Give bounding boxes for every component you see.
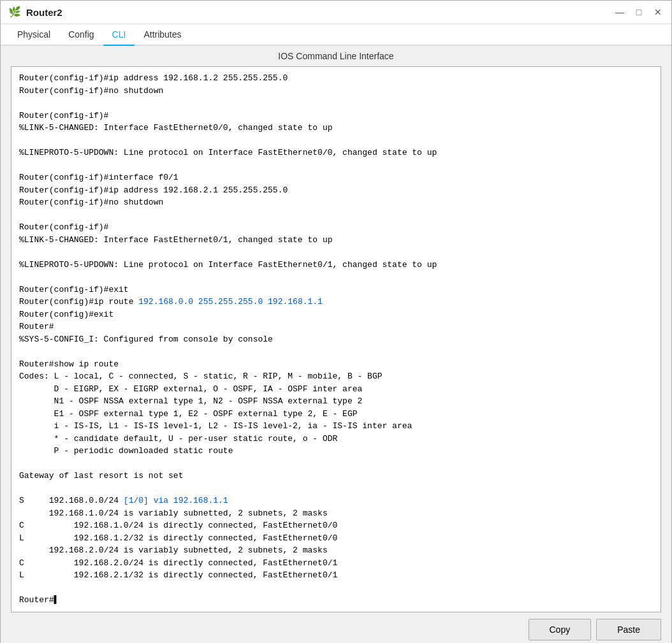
minimize-button[interactable]: — <box>614 6 625 18</box>
main-window: 🌿 Router2 — □ ✕ Physical Config CLI Attr… <box>0 0 672 643</box>
maximize-button[interactable]: □ <box>633 6 645 18</box>
tab-config[interactable]: Config <box>59 24 103 46</box>
window-controls: — □ ✕ <box>614 6 664 18</box>
close-button[interactable]: ✕ <box>652 6 664 18</box>
tab-attributes[interactable]: Attributes <box>135 24 190 46</box>
title-bar: 🌿 Router2 — □ ✕ <box>1 1 671 24</box>
tab-cli[interactable]: CLI <box>103 24 135 46</box>
terminal-output[interactable]: Router(config-if)#ip address 192.168.1.2… <box>11 66 661 612</box>
paste-button[interactable]: Paste <box>596 619 661 640</box>
cli-container: Router(config-if)#ip address 192.168.1.2… <box>1 66 671 612</box>
window-title: Router2 <box>26 7 62 18</box>
tab-bar: Physical Config CLI Attributes <box>1 24 671 46</box>
section-title: IOS Command Line Interface <box>1 46 671 66</box>
tab-physical[interactable]: Physical <box>8 24 59 46</box>
app-icon: 🌿 <box>8 6 21 18</box>
button-bar: Copy Paste <box>1 612 671 644</box>
terminal-text: Router(config-if)#ip address 192.168.1.2… <box>19 72 653 607</box>
copy-button[interactable]: Copy <box>529 619 592 640</box>
title-bar-left: 🌿 Router2 <box>8 6 62 18</box>
